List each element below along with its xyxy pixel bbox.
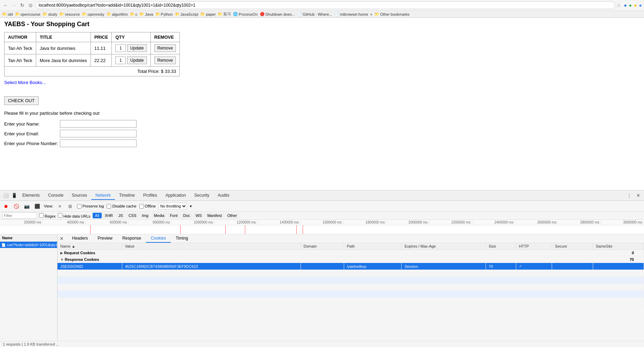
address-bar[interactable] xyxy=(36,1,615,9)
bookmark-paper[interactable]: 📁paper xyxy=(200,12,216,16)
cell-remove: Remove xyxy=(150,42,180,54)
bookmark-java[interactable]: 📁Java xyxy=(139,12,153,16)
cell-qty: Update xyxy=(112,54,150,67)
devtools-close-button[interactable]: ✕ xyxy=(634,192,642,199)
devtools-right-icons: ⋮ ✕ xyxy=(625,192,642,199)
throttle-select[interactable]: No throttling xyxy=(158,203,187,208)
bookmark-mibrowser[interactable]: 📄mibrowser:home xyxy=(334,12,368,16)
bookmark-javascript[interactable]: 📁JavaScript xyxy=(175,12,198,16)
devtools-controls: ⏺ 🚫 📷 ⬛ View: ≡ ⊞ Preserve log Disable c… xyxy=(0,201,644,208)
camera-button[interactable]: 📷 xyxy=(23,202,31,208)
star-icon: ☆ xyxy=(616,2,621,8)
devtools-panel: ⬜ 📱 ElementsConsoleSourcesNetworkTimelin… xyxy=(0,190,644,208)
email-label: Enter your Email: xyxy=(4,131,60,136)
reload-button[interactable]: ↻ xyxy=(19,2,26,9)
checkout-note: Please fill in your particular before ch… xyxy=(4,111,640,116)
devtools-tab-timeline[interactable]: Timeline xyxy=(115,191,139,200)
cell-remove: Remove xyxy=(150,54,180,67)
ext-icon4: ● xyxy=(639,2,642,8)
devtools-header: ⬜ 📱 ElementsConsoleSourcesNetworkTimelin… xyxy=(0,190,644,201)
cell-title: More Java for dummies xyxy=(36,54,91,67)
name-form-row: Enter your Name: xyxy=(4,120,640,128)
devtools-tab-profiles[interactable]: Profiles xyxy=(139,191,161,200)
disable-cache-label[interactable]: Disable cache xyxy=(107,204,136,208)
bookmark-resource[interactable]: 📁resource xyxy=(59,12,80,16)
preserve-log-label[interactable]: Preserve log xyxy=(77,204,104,208)
devtools-tab-audits[interactable]: Audits xyxy=(214,191,233,200)
devtools-tab-security[interactable]: Security xyxy=(190,191,214,200)
view-list-button[interactable]: ≡ xyxy=(56,202,64,208)
col-author: AUTHOR xyxy=(5,32,36,42)
devtools-inspect-icons: ⬜ 📱 xyxy=(2,192,18,199)
bookmark-openresty[interactable]: 📁openresty xyxy=(82,12,104,16)
devtools-tab-console[interactable]: Console xyxy=(44,191,68,200)
cart-table: AUTHOR TITLE PRICE QTY REMOVE Tan Ah Tec… xyxy=(4,32,180,76)
col-title: TITLE xyxy=(36,32,91,42)
select-more-link[interactable]: Select More Books... xyxy=(4,80,640,85)
record-button[interactable]: ⏺ xyxy=(2,202,10,208)
update-button-1[interactable]: Update xyxy=(127,56,147,64)
email-form-row: Enter your Email: xyxy=(4,130,640,137)
offline-label[interactable]: Offline xyxy=(139,204,156,208)
bookmark-other[interactable]: 📁Other bookmarks xyxy=(374,12,409,16)
cell-author: Tan Ah Teck xyxy=(5,54,36,67)
bookmark-old[interactable]: 📁old xyxy=(2,12,13,16)
devtools-tab-sources[interactable]: Sources xyxy=(68,191,91,200)
ext-icon2: ● xyxy=(629,2,632,8)
col-price: PRICE xyxy=(91,32,112,42)
filter-button[interactable]: ⬛ xyxy=(33,202,41,208)
devtools-tab-elements[interactable]: Elements xyxy=(18,191,44,200)
clear-button[interactable]: 🚫 xyxy=(13,202,20,208)
throttle-dropdown-icon: ▾ xyxy=(190,204,192,208)
phone-label: Enter your Phone Number: xyxy=(4,141,60,146)
devtools-tab-network[interactable]: Network xyxy=(91,191,115,200)
email-input[interactable] xyxy=(60,130,137,137)
qty-input-1[interactable] xyxy=(115,56,126,64)
devtools-tab-application[interactable]: Application xyxy=(161,191,190,200)
col-remove: REMOVE xyxy=(150,32,180,42)
bookmark-algorithm[interactable]: 📁algorithm xyxy=(107,12,128,16)
table-row: Tan Ah Teck More Java for dummies 22.22 … xyxy=(5,54,180,67)
phone-input[interactable] xyxy=(60,139,137,147)
remove-button-0[interactable]: Remove xyxy=(154,44,176,52)
inspect-element-button[interactable]: ⬜ xyxy=(2,192,10,199)
qty-input-0[interactable] xyxy=(115,44,126,52)
disable-cache-checkbox[interactable] xyxy=(107,204,111,208)
view-grid-button[interactable]: ⊞ xyxy=(67,202,74,208)
offline-checkbox[interactable] xyxy=(139,204,144,208)
total-price: Total Price: $ 33.33 xyxy=(5,67,180,76)
cell-price: 11.11 xyxy=(91,42,112,54)
phone-form-row: Enter your Phone Number: xyxy=(4,139,640,147)
ext-icon1: ● xyxy=(624,2,627,8)
checkout-button[interactable]: CHECK OUT xyxy=(4,96,39,105)
bookmark-study[interactable]: 📁study xyxy=(42,12,57,16)
bookmark-c[interactable]: 📁c xyxy=(130,12,138,16)
browser-toolbar: ← → ↻ ⊙ ☆ ● ● ● ● xyxy=(0,0,644,10)
bookmark-more[interactable]: » xyxy=(370,12,372,16)
col-qty: QTY xyxy=(112,32,150,42)
home-button[interactable]: ⊙ xyxy=(27,2,34,9)
bookmark-processon[interactable]: 🌐ProcessOn xyxy=(233,12,257,16)
bookmarks-bar: 📁old 📁opencourse 📁study 📁resource 📁openr… xyxy=(0,10,644,17)
browser-chrome: ← → ↻ ⊙ ☆ ● ● ● ● 📁old 📁opencourse 📁stud… xyxy=(0,0,644,18)
page-title: YAEBS - Your Shopping Cart xyxy=(4,21,640,28)
remove-button-1[interactable]: Remove xyxy=(154,56,176,64)
bookmark-python[interactable]: 📁Python xyxy=(155,12,173,16)
cell-title: Java for dummies xyxy=(36,42,91,54)
device-toolbar-button[interactable]: 📱 xyxy=(10,192,18,199)
bookmark-github[interactable]: 📄GitHub · Where... xyxy=(297,12,332,16)
back-button[interactable]: ← xyxy=(2,2,9,9)
name-input[interactable] xyxy=(60,120,137,128)
table-row: Tan Ah Teck Java for dummies 11.11 Updat… xyxy=(5,42,180,54)
cell-qty: Update xyxy=(112,42,150,54)
devtools-more-button[interactable]: ⋮ xyxy=(625,192,633,199)
bookmark-opencourse[interactable]: 📁opencourse xyxy=(15,12,41,16)
bookmark-shutdown[interactable]: 🔴Shutdown does... xyxy=(260,12,295,16)
view-label: View: xyxy=(44,204,53,208)
devtools-tab-list: ElementsConsoleSourcesNetworkTimelinePro… xyxy=(18,191,233,200)
bookmark-xuexi[interactable]: 📁实习 xyxy=(218,12,231,17)
forward-button[interactable]: → xyxy=(10,2,17,9)
name-label: Enter your Name: xyxy=(4,121,60,127)
update-button-0[interactable]: Update xyxy=(127,44,147,52)
preserve-log-checkbox[interactable] xyxy=(77,204,82,208)
